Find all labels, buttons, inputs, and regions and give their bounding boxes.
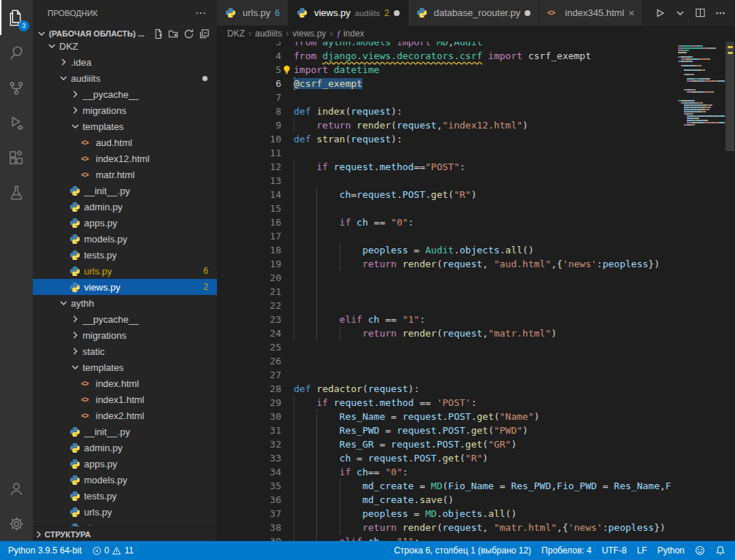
- status-encoding[interactable]: UTF-8: [597, 541, 632, 560]
- code-line-33[interactable]: ch = request.POST.get("R"): [294, 451, 678, 465]
- editor-scrollbar[interactable]: [725, 42, 735, 541]
- lightbulb-icon[interactable]: [282, 65, 292, 74]
- tree-item-urls.py[interactable]: urls.py6: [33, 263, 217, 279]
- activity-run-debug-icon[interactable]: [0, 105, 33, 140]
- code-line-24[interactable]: return render(request,"matr.html"): [294, 326, 678, 340]
- tree-item-__pycache__[interactable]: __pycache__: [33, 311, 217, 327]
- status-notifications[interactable]: [710, 541, 731, 560]
- code-line-39[interactable]: elif ch== "1":: [294, 534, 678, 541]
- code-line-28[interactable]: def redactor(request):: [294, 382, 678, 396]
- tab-database_roouter.py[interactable]: database_roouter.py: [408, 0, 540, 26]
- status-indentation[interactable]: Пробелов: 4: [536, 541, 597, 560]
- code-line-5[interactable]: import datetime: [294, 63, 678, 77]
- tree-item-models.py[interactable]: models.py: [33, 472, 217, 488]
- dirty-indicator[interactable]: [394, 10, 400, 16]
- code-line-19[interactable]: return render(request, "aud.html",{'news…: [294, 257, 678, 271]
- minimap[interactable]: [678, 42, 725, 541]
- activity-source-control-icon[interactable]: [0, 70, 33, 105]
- code-line-17[interactable]: [294, 229, 678, 243]
- code-line-18[interactable]: peopless = Audit.objects.all(): [294, 243, 678, 257]
- code-line-15[interactable]: [294, 202, 678, 215]
- code-line-11[interactable]: [294, 146, 678, 160]
- code-line-4[interactable]: from django.views.decorators.csrf import…: [294, 49, 678, 63]
- breadcrumb-item-views.py[interactable]: views.py: [292, 28, 326, 39]
- tree-item-urls.py[interactable]: urls.py: [33, 504, 217, 520]
- tree-item-audiiits[interactable]: audiiits: [33, 70, 217, 86]
- breadcrumb-item-audiiits[interactable]: audiiits: [255, 28, 282, 39]
- outline-section-header[interactable]: СТРУКТУРА: [33, 526, 217, 541]
- tab-urls.py[interactable]: urls.py6: [217, 0, 289, 26]
- dirty-indicator[interactable]: [525, 10, 530, 16]
- activity-search-icon[interactable]: [0, 35, 33, 70]
- tree-item-__pycache__[interactable]: __pycache__: [33, 86, 217, 102]
- tree-item-__init__.py[interactable]: __init__.py: [33, 183, 217, 199]
- activity-extensions-icon[interactable]: [0, 140, 33, 175]
- activity-account-icon[interactable]: [0, 471, 33, 506]
- tree-item-index1.html[interactable]: <>index1.html: [33, 391, 217, 407]
- breadcrumb-item-DKZ[interactable]: DKZ: [227, 28, 245, 39]
- status-eol[interactable]: LF: [632, 541, 652, 560]
- more-icon[interactable]: [715, 7, 726, 19]
- tree-item-apps.py[interactable]: apps.py: [33, 456, 217, 472]
- code-line-16[interactable]: if ch == "0":: [294, 215, 678, 229]
- code-line-21[interactable]: [294, 285, 678, 299]
- tree-item-apps.py[interactable]: apps.py: [33, 215, 217, 231]
- tree-item-index.html[interactable]: <>index.html: [33, 375, 217, 391]
- code-line-30[interactable]: Res_Name = request.POST.get("Name"): [294, 410, 678, 423]
- status-problems[interactable]: 011: [87, 541, 139, 560]
- code-line-14[interactable]: ch=request.POST.get("R"): [294, 188, 678, 202]
- status-language-mode[interactable]: Python: [652, 541, 690, 560]
- code-line-38[interactable]: return render(request, "matr.html",{'new…: [294, 521, 678, 534]
- tree-item-templates[interactable]: templates: [33, 359, 217, 375]
- code-editor[interactable]: 3456789101112131415161718192021222324252…: [217, 42, 735, 541]
- more-actions-icon[interactable]: ⋯: [195, 7, 207, 20]
- activity-settings-icon[interactable]: [0, 506, 33, 541]
- tree-item-index2.html[interactable]: <>index2.html: [33, 407, 217, 423]
- code-line-12[interactable]: if request.method=="POST":: [294, 160, 678, 174]
- code-line-7[interactable]: [294, 91, 678, 104]
- tree-item-tests.py[interactable]: tests.py: [33, 488, 217, 504]
- tree-item-models.py[interactable]: models.py: [33, 231, 217, 247]
- tree-item-admin.py[interactable]: admin.py: [33, 440, 217, 456]
- status-feedback[interactable]: [690, 541, 710, 560]
- code-line-26[interactable]: [294, 354, 678, 368]
- run-icon[interactable]: [654, 7, 666, 19]
- status-cursor-position[interactable]: Строка 6, столбец 1 (выбрано 12): [389, 541, 536, 560]
- activity-explorer-icon[interactable]: 3: [0, 0, 33, 35]
- close-icon[interactable]: ×: [628, 7, 634, 19]
- code-line-22[interactable]: [294, 299, 678, 312]
- code-line-36[interactable]: md_create.save(): [294, 493, 678, 507]
- breadcrumb-item-index[interactable]: ƒindex: [336, 28, 364, 39]
- code-line-10[interactable]: def stran(request):: [294, 132, 678, 146]
- tree-item-aud.html[interactable]: <>aud.html: [33, 134, 217, 150]
- tab-index345.html[interactable]: <>index345.html×: [539, 0, 643, 26]
- tree-item-views.py[interactable]: views.py: [33, 520, 217, 526]
- code-line-25[interactable]: [294, 340, 678, 354]
- scrollbar-thumb[interactable]: [726, 42, 734, 151]
- code-line-27[interactable]: [294, 368, 678, 382]
- tree-item-.idea[interactable]: .idea: [33, 54, 217, 70]
- tab-views.py[interactable]: views.pyaudiiits2: [289, 0, 408, 26]
- tree-item-migrations[interactable]: migrations: [33, 327, 217, 343]
- code-line-31[interactable]: Res_PWD = request.POST.get("PWD"): [294, 423, 678, 437]
- tree-item-aythh[interactable]: aythh: [33, 295, 217, 311]
- code-line-6[interactable]: @csrf_exempt: [294, 77, 678, 91]
- code-line-3[interactable]: from aythh.models import MD,Audit: [294, 42, 678, 49]
- split-editor-icon[interactable]: [695, 7, 706, 18]
- code-line-37[interactable]: peopless = MD.objects.all(): [294, 507, 678, 521]
- tree-item-DKZ[interactable]: DKZ: [33, 38, 217, 54]
- chevron-down-icon[interactable]: [674, 7, 686, 19]
- tree-item-migrations[interactable]: migrations: [33, 102, 217, 118]
- status-python-interpreter[interactable]: Python 3.9.5 64-bit: [3, 541, 87, 560]
- tree-item-views.py[interactable]: views.py2: [33, 279, 217, 295]
- tree-item-static[interactable]: static: [33, 343, 217, 359]
- code-line-32[interactable]: Res_GR = request.POST.get("GR"): [294, 437, 678, 451]
- tree-item-admin.py[interactable]: admin.py: [33, 199, 217, 215]
- code-line-8[interactable]: def index(request):: [294, 104, 678, 118]
- code-line-34[interactable]: if ch== "0":: [294, 465, 678, 479]
- tree-item-tests.py[interactable]: tests.py: [33, 247, 217, 263]
- activity-testing-icon[interactable]: [0, 175, 33, 210]
- tree-item-__init__.py[interactable]: __init__.py: [33, 423, 217, 440]
- tree-item-templates[interactable]: templates: [33, 118, 217, 134]
- code-line-13[interactable]: [294, 174, 678, 188]
